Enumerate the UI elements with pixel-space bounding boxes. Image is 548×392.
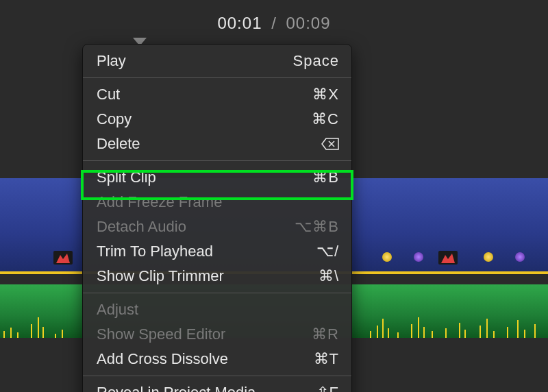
svg-rect-6 (17, 332, 18, 338)
menu-label: Detach Audio (97, 217, 186, 236)
menu-label: Trim To Playhead (97, 242, 213, 261)
menu-label: Add Cross Dissolve (97, 350, 228, 369)
svg-rect-16 (397, 332, 399, 338)
menu-separator (83, 160, 351, 161)
delete-backspace-icon (321, 138, 339, 150)
svg-rect-10 (55, 334, 56, 338)
svg-rect-11 (62, 330, 63, 338)
menu-shortcut: Space (293, 51, 339, 71)
menu-item-copy[interactable]: Copy ⌘C (83, 107, 351, 132)
marker-star-icon (515, 252, 525, 262)
svg-rect-22 (459, 323, 460, 338)
menu-label: Show Clip Trimmer (97, 267, 224, 286)
menu-label: Adjust (97, 300, 138, 319)
clip-thumbnail (438, 251, 458, 265)
svg-rect-15 (388, 328, 389, 338)
menu-shortcut: ⌥/ (316, 242, 339, 261)
menu-item-adjust: Adjust (83, 297, 351, 322)
menu-label: Show Speed Editor (97, 325, 225, 344)
svg-rect-26 (493, 331, 495, 338)
menu-item-detach-audio: Detach Audio ⌥⌘B (83, 215, 351, 239)
svg-rect-27 (507, 327, 508, 338)
menu-item-delete[interactable]: Delete (83, 132, 351, 156)
menu-label: Add Freeze Frame (97, 193, 222, 212)
menu-item-show-speed-editor: Show Speed Editor ⌘R (83, 322, 351, 347)
svg-rect-30 (534, 324, 536, 338)
timecode-separator: / (271, 14, 277, 32)
marker-star-icon (414, 252, 423, 262)
menu-item-play[interactable]: Play Space (83, 49, 351, 73)
menu-label: Delete (97, 134, 140, 154)
menu-label: Cut (97, 85, 120, 104)
timecode-current: 00:01 (217, 14, 262, 32)
timecode-total: 00:09 (286, 14, 331, 32)
svg-rect-25 (486, 319, 488, 338)
svg-rect-12 (370, 331, 371, 338)
menu-item-add-cross-dissolve[interactable]: Add Cross Dissolve ⌘T (83, 347, 351, 371)
menu-item-add-freeze-frame: Add Freeze Frame (83, 190, 351, 215)
menu-separator (83, 293, 351, 293)
svg-rect-5 (10, 328, 12, 338)
menu-separator (83, 77, 351, 78)
menu-separator (83, 376, 351, 376)
svg-rect-9 (42, 327, 44, 338)
svg-rect-14 (382, 319, 384, 338)
menu-label: Split Clip (97, 168, 156, 187)
menu-shortcut: ⌘T (314, 350, 339, 369)
svg-rect-24 (480, 326, 481, 338)
svg-rect-20 (432, 331, 433, 338)
menu-shortcut: ⌘\ (319, 267, 339, 286)
menu-item-cut[interactable]: Cut ⌘X (83, 82, 351, 107)
svg-rect-23 (464, 330, 466, 338)
menu-label: Play (97, 51, 126, 71)
menu-label: Copy (97, 110, 132, 129)
menu-shortcut: ⌘B (312, 168, 339, 187)
svg-rect-7 (31, 324, 32, 338)
timecode-display: 00:01 / 00:09 (0, 14, 548, 33)
menu-item-split-clip[interactable]: Split Clip ⌘B (83, 165, 351, 190)
svg-rect-17 (411, 324, 412, 338)
svg-rect-28 (517, 320, 519, 338)
clip-thumbnail (53, 251, 73, 265)
marker-dot-icon (484, 252, 493, 262)
context-menu: Play Space Cut ⌘X Copy ⌘C Delete Split C… (82, 44, 352, 392)
svg-rect-18 (418, 317, 419, 338)
svg-rect-4 (3, 331, 5, 338)
svg-rect-8 (38, 317, 39, 338)
svg-rect-13 (377, 326, 378, 338)
svg-rect-21 (445, 328, 447, 338)
menu-shortcut: ⌘R (312, 325, 339, 344)
menu-item-reveal-in-project-media[interactable]: Reveal in Project Media ⇧F (83, 380, 351, 392)
menu-item-show-clip-trimmer[interactable]: Show Clip Trimmer ⌘\ (83, 264, 351, 289)
menu-shortcut: ⌥⌘B (295, 217, 339, 236)
menu-shortcut: ⌘C (312, 110, 339, 129)
menu-label: Reveal in Project Media (97, 383, 256, 392)
menu-shortcut: ⌘X (312, 85, 339, 104)
svg-rect-19 (423, 327, 425, 338)
menu-item-trim-to-playhead[interactable]: Trim To Playhead ⌥/ (83, 239, 351, 264)
menu-shortcut: ⇧F (316, 383, 339, 392)
svg-rect-29 (524, 330, 525, 338)
marker-dot-icon (382, 252, 392, 262)
